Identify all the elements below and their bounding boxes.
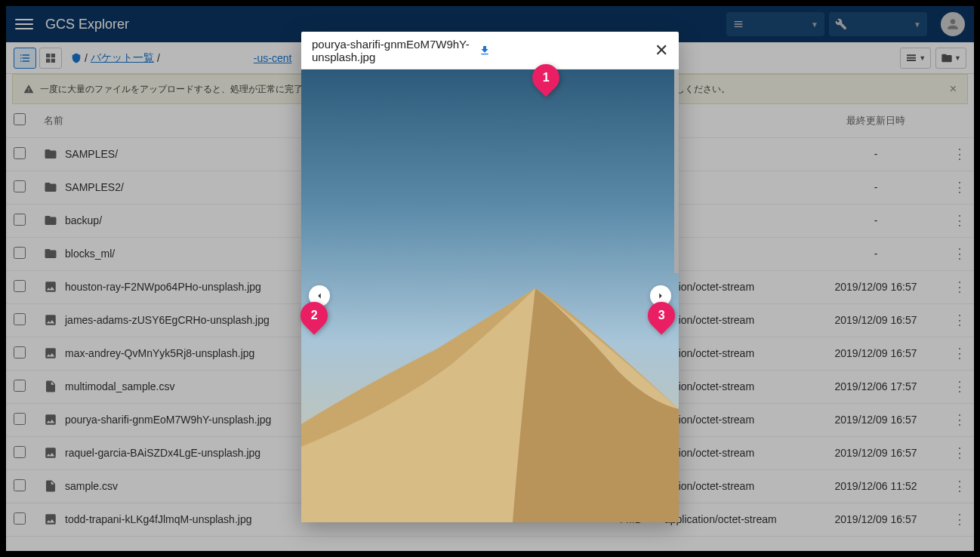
preview-body [301,69,679,522]
annotation-badge-3: 3 [648,302,678,340]
scroll-indicator[interactable] [674,69,679,273]
annotation-badge-2: 2 [300,302,331,340]
preview-modal: pourya-sharifi-gnmEoM7W9hY-unsplash.jpg … [301,32,679,522]
close-modal-button[interactable]: ✕ [655,41,668,60]
preview-image [301,69,679,522]
modal-filename: pourya-sharifi-gnmEoM7W9hY-unsplash.jpg [312,38,476,63]
download-icon[interactable] [479,45,491,57]
annotation-badge-1: 1 [532,64,562,102]
